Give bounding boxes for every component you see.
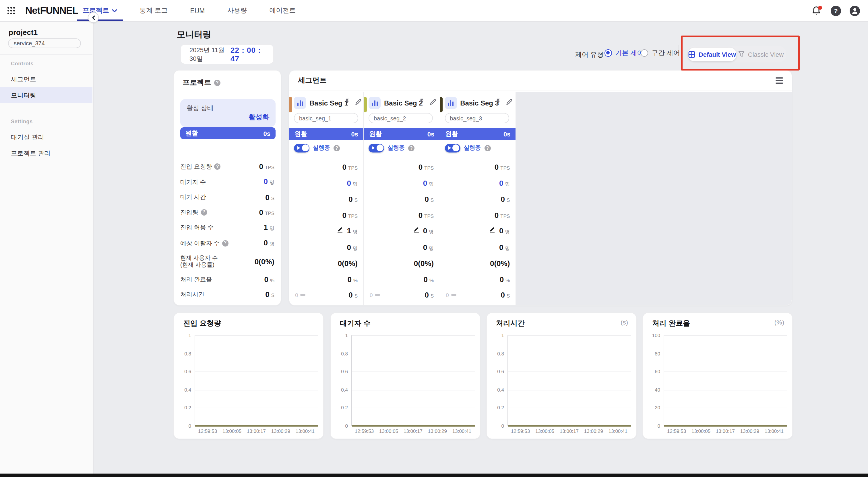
notification-badge (818, 5, 822, 9)
bolt-icon[interactable] (420, 99, 425, 106)
stat-help-icon[interactable]: ? (214, 163, 221, 170)
edit-value-icon[interactable] (337, 227, 344, 233)
stat-value: 0(0%) (490, 259, 510, 268)
mini-gauge[interactable]: 0 (295, 292, 306, 298)
sidebar-item-프로젝트 관리[interactable]: 프로젝트 관리 (0, 145, 92, 161)
stat-value: 0% (264, 275, 274, 284)
edit-value-icon[interactable] (489, 227, 496, 233)
tab-project[interactable]: 프로젝트 (79, 0, 121, 21)
segment-id-input[interactable]: basic_seg_3 (445, 113, 509, 123)
stat-unit: TPS (424, 165, 434, 171)
tab-nav-2[interactable]: EUM (187, 0, 208, 21)
run-toggle[interactable] (445, 144, 460, 152)
help-icon[interactable]: ? (831, 5, 841, 16)
edit-value-icon[interactable] (413, 227, 420, 233)
notification-bell-icon[interactable] (812, 5, 822, 16)
chart-gridline (352, 372, 475, 372)
chart-plot-area (663, 335, 787, 426)
tab-label: 사용량 (227, 6, 247, 15)
segment-id-input[interactable]: basic_seg_2 (369, 113, 433, 123)
pencil-icon[interactable] (355, 99, 362, 105)
x-axis-tick: 13:00:05 (222, 428, 241, 434)
stat-help-icon[interactable]: ? (222, 240, 228, 246)
stat-unit: S (431, 293, 434, 299)
y-axis-tick: 0.8 (175, 350, 191, 356)
segment-stats: 0TPS0명0S0TPS0명0명0(0%)0%00S (370, 163, 434, 299)
project-stat-row: 진입 허용 수1명 (180, 223, 274, 232)
segment-chart-icon (294, 97, 306, 109)
y-axis-tick: 0.8 (332, 350, 348, 356)
project-help-icon[interactable]: ? (214, 80, 220, 86)
tab-nav-3[interactable]: 사용량 (224, 0, 251, 21)
nav-right-icons: ? (812, 0, 860, 21)
classic-view-button[interactable]: Classic View (737, 47, 785, 61)
stat-unit: TPS (265, 165, 274, 170)
y-axis-tick: 0.4 (488, 387, 504, 393)
project-stat-row: 진입량?0TPS (180, 208, 274, 217)
active-state-value[interactable]: 활성화 (249, 112, 269, 122)
service-select[interactable]: service_374 (8, 38, 81, 48)
project-panel-title: 프로젝트 (183, 78, 211, 88)
radio-selected-icon (604, 49, 612, 57)
stat-unit: 명 (429, 229, 434, 236)
stat-unit: % (353, 277, 358, 283)
tab-nav-1[interactable]: 통계 로그 (136, 0, 171, 21)
sidebar-collapse-button[interactable] (88, 12, 99, 23)
series-zero-line (195, 425, 318, 426)
running-help-icon[interactable]: ? (408, 145, 414, 151)
stat-value: 0% (424, 275, 434, 283)
stat-number: 0 (418, 163, 423, 171)
segment-status-bar: 원활0s (289, 128, 363, 140)
sidebar-item-모니터링[interactable]: 모니터링 (0, 87, 92, 103)
stat-number: 0 (499, 227, 503, 235)
sidebar-item-대기실 관리[interactable]: 대기실 관리 (0, 129, 92, 145)
stat-number: 0 (500, 275, 504, 283)
running-help-icon[interactable]: ? (484, 145, 491, 151)
y-axis-tick: 1 (488, 333, 504, 338)
stat-number: 0 (348, 291, 352, 299)
chart-gridline (195, 390, 318, 390)
default-view-button[interactable]: Default View (688, 47, 737, 61)
radio-section-control[interactable]: 구간 제어 (641, 49, 680, 57)
bolt-icon (496, 99, 501, 106)
bolt-icon[interactable] (345, 99, 351, 106)
radio-basic-control[interactable]: 기본 제어 (604, 49, 644, 57)
stat-number: 0 (342, 163, 346, 171)
stat-value: 0TPS (418, 163, 434, 171)
toolbar-divider (679, 45, 679, 56)
segment-stat-row: 0(0%) (295, 259, 358, 268)
project-panel: 프로젝트 ? 활성 상태 활성화 원활 0s 진입 요청량?0TPS대기자 수0… (174, 70, 281, 306)
pencil-icon[interactable] (505, 99, 513, 105)
segment-toggle-row: 실행중? (294, 143, 340, 152)
x-axis-tick: 13:00:29 (271, 428, 290, 434)
sidebar-item-세그먼트[interactable]: 세그먼트 (0, 71, 92, 87)
stat-unit: S (271, 195, 274, 201)
y-axis-tick: 0.2 (175, 405, 191, 411)
y-axis-tick: 0 (175, 423, 191, 429)
chart-gridline (195, 335, 318, 336)
project-stat-row: 진입 요청량?0TPS (180, 162, 274, 171)
running-help-icon[interactable]: ? (334, 145, 340, 151)
stat-label: 대기자 수 (180, 178, 206, 185)
tab-label: 에이전트 (270, 6, 296, 15)
pencil-icon[interactable] (429, 99, 436, 105)
segment-menu-icon[interactable] (776, 78, 783, 84)
stat-number: 0 (499, 243, 503, 251)
run-toggle[interactable] (369, 144, 384, 152)
apps-grid-icon[interactable] (7, 6, 16, 15)
stat-help-icon[interactable]: ? (200, 209, 207, 215)
stat-unit: S (507, 293, 510, 299)
bolt-icon[interactable] (496, 99, 501, 106)
mini-gauge[interactable]: 0 (446, 292, 456, 298)
stat-number: 0 (347, 179, 351, 187)
stat-number: 0 (423, 179, 427, 187)
x-axis-tick: 13:00:29 (428, 428, 447, 434)
segment-id-input[interactable]: basic_seg_1 (294, 113, 358, 123)
account-icon[interactable] (849, 5, 860, 16)
run-toggle[interactable] (294, 144, 309, 152)
tab-nav-4[interactable]: 에이전트 (266, 0, 299, 21)
segment-name: Basic Seg 3 (460, 99, 499, 107)
mini-gauge[interactable]: 0 (370, 292, 380, 298)
stat-label-text: 예상 이탈자 수 (180, 239, 220, 247)
stat-value: 0S (501, 291, 510, 299)
